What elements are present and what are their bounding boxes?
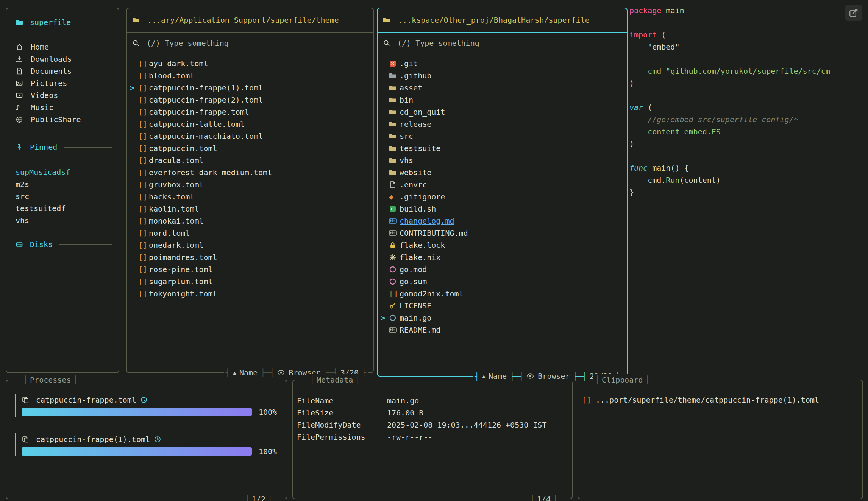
sidebar-item-documents[interactable]: Documents: [16, 65, 112, 77]
sidebar-item-home[interactable]: Home: [16, 41, 112, 53]
file-row-website[interactable]: website: [378, 166, 627, 179]
file-row-catppuccin-frappe-1-toml[interactable]: >[]catppuccin-frappe(1).toml: [127, 82, 373, 94]
file-name: .gitignore: [400, 192, 445, 201]
file-row-github[interactable]: .github: [378, 70, 627, 82]
file-name: blood.toml: [149, 71, 194, 80]
tick: ├: [261, 368, 265, 377]
file-row-nord-toml[interactable]: []nord.toml: [127, 227, 373, 239]
app-title: superfile: [16, 17, 112, 28]
file-row-changelog-md[interactable]: changelog.md: [378, 215, 627, 227]
process-bar-row: 100%: [22, 447, 287, 456]
pinned-item-src[interactable]: src: [16, 190, 112, 202]
file-row-flake-nix[interactable]: flake.nix: [378, 251, 627, 263]
file-row-dracula-toml[interactable]: []dracula.toml: [127, 154, 373, 166]
process-name: catppuccin-frappe(1).toml: [36, 435, 150, 444]
file-row-kaolin-toml[interactable]: []kaolin.toml: [127, 203, 373, 215]
file-row-sugarplum-toml[interactable]: []sugarplum.toml: [127, 275, 373, 288]
file-row-envrc[interactable]: .envrc: [378, 179, 627, 191]
file-row-rose-pine-toml[interactable]: []rose-pine.toml: [127, 263, 373, 275]
pinned-item-m2s[interactable]: m2s: [16, 178, 112, 190]
file-row-hacks-toml[interactable]: []hacks.toml: [127, 191, 373, 203]
toml-icon: []: [582, 396, 593, 404]
snowflake-icon: [389, 254, 400, 261]
file-row-contributing-md[interactable]: CONTRIBUTING.md: [378, 227, 627, 239]
file-row-ayu-dark-toml[interactable]: []ayu-dark.toml: [127, 58, 373, 70]
file-row-src[interactable]: src: [378, 130, 627, 142]
metadata-value: -rw-r--r--: [387, 433, 432, 442]
pinned-item-vhs[interactable]: vhs: [16, 215, 112, 227]
terminal-icon: [389, 205, 400, 213]
file-row-asset[interactable]: asset: [378, 82, 627, 94]
file-row-gruvbox-toml[interactable]: []gruvbox.toml: [127, 179, 373, 191]
file-name: flake.lock: [400, 241, 445, 250]
file-row-gitignore[interactable]: ◆.gitignore: [378, 191, 627, 203]
markdown-icon: [389, 326, 400, 334]
panel2-search-input[interactable]: (/) Type something: [378, 33, 627, 48]
panel1-sort-chip[interactable]: ▲Name: [230, 368, 261, 377]
image-icon: [16, 79, 26, 87]
sidebar-item-music[interactable]: ♪Music: [16, 101, 112, 114]
file-row-blood-toml[interactable]: []blood.toml: [127, 70, 373, 82]
process-bar-row: 100%: [22, 408, 287, 417]
file-row-git[interactable]: .git: [378, 58, 627, 70]
file-name: .envrc: [400, 180, 427, 189]
music-icon: ♪: [16, 104, 26, 111]
download-icon: [16, 55, 26, 63]
toml-icon: []: [138, 120, 149, 128]
file-row-catppuccin-macchiato-toml[interactable]: []catppuccin-macchiato.toml: [127, 130, 373, 142]
tick: ┤: [245, 495, 250, 501]
file-row-main-go[interactable]: >main.go: [378, 312, 627, 324]
file-row-vhs[interactable]: vhs: [378, 154, 627, 166]
file-name: dracula.toml: [149, 156, 204, 165]
sidebar-item-label: Pictures: [31, 79, 67, 88]
file-row-testsuite[interactable]: testsuite: [378, 142, 627, 154]
metadata-row: FilePermissions-rw-r--r--: [297, 431, 572, 443]
file-row-build-sh[interactable]: build.sh: [378, 203, 627, 215]
file-row-tokyonight-toml[interactable]: []tokyonight.toml: [127, 288, 373, 300]
metadata-key: FileSize: [297, 408, 387, 417]
panel1-search-input[interactable]: (/) Type something: [127, 33, 373, 48]
pinned-item-label: supMusicadsf: [16, 168, 70, 177]
eye-icon: [526, 372, 535, 380]
file-row-flake-lock[interactable]: flake.lock: [378, 239, 627, 251]
file-row-cd-on-quit[interactable]: cd_on_quit: [378, 106, 627, 118]
file-name: bin: [400, 95, 413, 104]
file-row-poimandres-toml[interactable]: []poimandres.toml: [127, 251, 373, 263]
pinned-item-supmusicadsf[interactable]: supMusicadsf: [16, 166, 112, 178]
file-row-catppuccin-frappe-2-toml[interactable]: []catppuccin-frappe(2).toml: [127, 94, 373, 106]
file-row-catppuccin-frappe-toml[interactable]: []catppuccin-frappe.toml: [127, 106, 373, 118]
file-row-go-sum[interactable]: go.sum: [378, 275, 627, 288]
external-link-icon[interactable]: [845, 5, 862, 21]
pinned-item-testsuitedf[interactable]: testsuitedf: [16, 202, 112, 215]
sidebar-item-videos[interactable]: Videos: [16, 89, 112, 101]
home-icon: [16, 43, 26, 51]
file-row-everforest-dark-medium-toml[interactable]: []everforest-dark-medium.toml: [127, 166, 373, 179]
panel2-sort-chip[interactable]: ▲Name: [479, 372, 510, 381]
sidebar-item-downloads[interactable]: Downloads: [16, 53, 112, 65]
toml-icon: []: [138, 205, 149, 213]
toml-icon: []: [138, 72, 149, 79]
file-row-monokai-toml[interactable]: []monokai.toml: [127, 215, 373, 227]
file-row-license[interactable]: LICENSE: [378, 300, 627, 312]
file-name: LICENSE: [400, 301, 431, 310]
code-line: import (: [629, 30, 864, 42]
file-row-catppuccin-toml[interactable]: []catppuccin.toml: [127, 142, 373, 154]
panel2-view-chip[interactable]: Browser: [523, 372, 573, 381]
search-icon: [132, 39, 143, 47]
file-row-go-mod[interactable]: go.mod: [378, 263, 627, 275]
sidebar-item-pictures[interactable]: Pictures: [16, 77, 112, 89]
code-line: "embed": [629, 42, 864, 54]
file-row-bin[interactable]: bin: [378, 94, 627, 106]
file-row-gomod2nix-toml[interactable]: []gomod2nix.toml: [378, 288, 627, 300]
sort-label: Name: [489, 372, 507, 381]
sidebar-item-publicshare[interactable]: PublicShare: [16, 114, 112, 126]
file-row-onedark-toml[interactable]: []onedark.toml: [127, 239, 373, 251]
file-row-catppuccin-latte-toml[interactable]: []catppuccin-latte.toml: [127, 118, 373, 130]
clipboard-title-label: Clipboard: [602, 375, 643, 384]
file-row-readme-md[interactable]: README.md: [378, 324, 627, 336]
sidebar-item-label: Documents: [31, 67, 72, 76]
metadata-row: FileSize176.00 B: [297, 407, 572, 419]
file-row-release[interactable]: release: [378, 118, 627, 130]
toml-icon: []: [138, 181, 149, 188]
metadata-value: main.go: [387, 396, 419, 405]
